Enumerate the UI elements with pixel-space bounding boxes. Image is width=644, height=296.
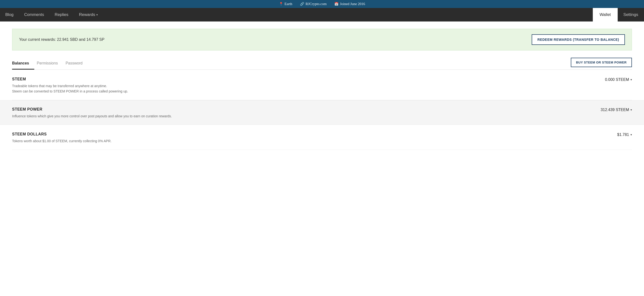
buy-steem-button[interactable]: BUY STEEM OR STEEM POWER [571, 58, 632, 67]
steem-dollars-amount[interactable]: $1.781 [617, 132, 632, 137]
steem-dropdown-icon [630, 78, 632, 81]
website-text: RJCrypto.com [306, 2, 326, 6]
steem-amount[interactable]: 0.000 STEEM [605, 77, 632, 82]
location-text: Earth [284, 2, 292, 6]
location-item: 📍 Earth [279, 2, 292, 6]
steem-title: STEEM [12, 77, 128, 81]
nav-right: Wallet Settings [593, 8, 644, 21]
steem-dollars-left: STEEM DOLLARS Tokens worth about $1.00 o… [12, 132, 112, 144]
tabs-row: Balances Permissions Password BUY STEEM … [12, 58, 632, 70]
steem-balance-left: STEEM Tradeable tokens that may be trans… [12, 77, 128, 94]
joined-text: Joined June 2016 [340, 2, 365, 6]
steem-power-amount[interactable]: 312.439 STEEM [601, 107, 632, 112]
nav-item-settings[interactable]: Settings [618, 8, 644, 21]
nav-bar: Blog Comments Replies Rewards ▾ Wallet S… [0, 8, 644, 21]
steem-balance-section: STEEM Tradeable tokens that may be trans… [12, 70, 632, 100]
main-content: Your current rewards: 22.941 SBD and 14.… [0, 21, 644, 157]
steem-desc1: Tradeable tokens that may be transferred… [12, 83, 128, 89]
steem-power-dropdown-icon [630, 108, 632, 112]
joined-item: 📅 Joined June 2016 [334, 2, 365, 6]
tab-password[interactable]: Password [66, 59, 88, 69]
steem-dollars-section: STEEM DOLLARS Tokens worth about $1.00 o… [12, 125, 632, 150]
rewards-dropdown-icon: ▾ [96, 13, 98, 16]
steem-power-section: STEEM POWER Influence tokens which give … [0, 100, 644, 125]
calendar-icon: 📅 [334, 2, 338, 6]
steem-dollars-title: STEEM DOLLARS [12, 132, 112, 136]
steem-power-desc1: Influence tokens which give you more con… [12, 113, 172, 119]
tab-permissions[interactable]: Permissions [37, 59, 63, 69]
steem-power-left: STEEM POWER Influence tokens which give … [12, 107, 172, 119]
nav-item-wallet[interactable]: Wallet [593, 8, 618, 21]
rewards-banner: Your current rewards: 22.941 SBD and 14.… [12, 29, 632, 50]
tab-balances[interactable]: Balances [12, 59, 34, 69]
nav-item-rewards[interactable]: Rewards ▾ [74, 8, 103, 21]
location-icon: 📍 [279, 2, 283, 6]
steem-dollars-dropdown-icon [630, 133, 632, 136]
steem-dollars-desc1: Tokens worth about $1.00 of STEEM, curre… [12, 138, 112, 144]
top-bar: 📍 Earth 🔗 RJCrypto.com 📅 Joined June 201… [0, 0, 644, 8]
website-item: 🔗 RJCrypto.com [300, 2, 326, 6]
tabs-left: Balances Permissions Password [12, 59, 90, 69]
steem-desc2: Steem can be converted to STEEM POWER in… [12, 89, 128, 94]
steem-power-title: STEEM POWER [12, 107, 172, 112]
rewards-text: Your current rewards: 22.941 SBD and 14.… [19, 37, 104, 42]
link-icon: 🔗 [300, 2, 304, 6]
redeem-rewards-button[interactable]: REDEEM REWARDS (TRANSFER TO BALANCE) [532, 34, 625, 45]
nav-item-replies[interactable]: Replies [49, 8, 74, 21]
nav-item-blog[interactable]: Blog [0, 8, 19, 21]
nav-item-comments[interactable]: Comments [19, 8, 49, 21]
nav-left: Blog Comments Replies Rewards ▾ [0, 8, 103, 21]
